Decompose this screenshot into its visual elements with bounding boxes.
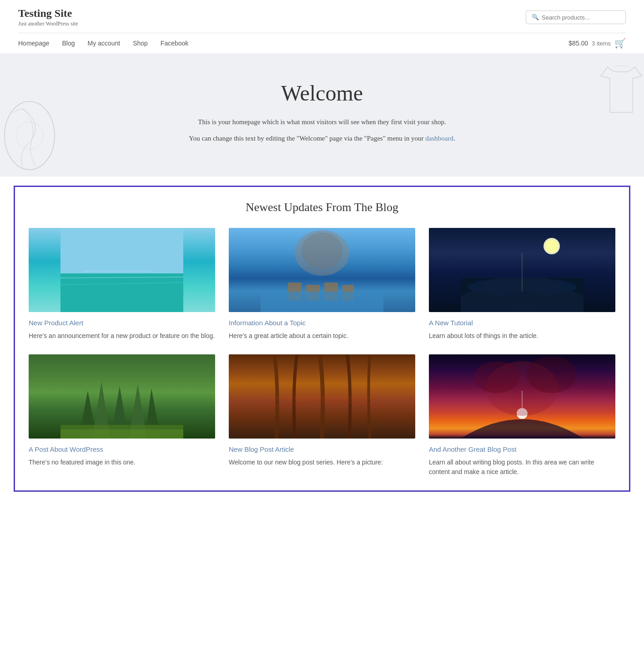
hero-decoration-left bbox=[0, 95, 59, 177]
blog-grid: New Product Alert Here’s an announcement… bbox=[29, 228, 615, 477]
svg-point-15 bbox=[545, 240, 558, 252]
blog-post-6-link[interactable]: And Another Great Blog Post bbox=[429, 445, 517, 453]
search-icon: 🔍 bbox=[532, 14, 539, 21]
svg-point-0 bbox=[5, 101, 55, 170]
nav-facebook[interactable]: Facebook bbox=[161, 40, 188, 47]
hero-heading: Welcome bbox=[281, 81, 363, 106]
nav-links: Homepage Blog My account Shop Facebook bbox=[18, 40, 569, 47]
blog-post-4-title: A Post About WordPress bbox=[29, 445, 215, 454]
blog-post-4-link[interactable]: A Post About WordPress bbox=[29, 445, 103, 453]
search-input[interactable] bbox=[542, 14, 620, 21]
blog-post-1-title: New Product Alert bbox=[29, 318, 215, 328]
blog-post-2: Information About a Topic Here’s a great… bbox=[229, 228, 415, 341]
blog-post-5-image bbox=[229, 354, 415, 439]
hero-dashboard-link[interactable]: dashboard bbox=[425, 135, 453, 142]
hero-decoration-right bbox=[599, 62, 644, 117]
blog-post-1-image bbox=[29, 228, 215, 312]
blog-post-2-excerpt: Here’s a great article about a certain t… bbox=[229, 331, 415, 341]
blog-post-4: A Post About WordPress There’s no featur… bbox=[29, 354, 215, 477]
blog-post-3-title: A New Tutorial bbox=[429, 318, 615, 328]
blog-post-1-link[interactable]: New Product Alert bbox=[29, 319, 83, 327]
svg-point-31 bbox=[474, 361, 520, 393]
cart-price: $85.00 bbox=[569, 40, 588, 47]
blog-post-3-image bbox=[429, 228, 615, 312]
cart-items: 3 items bbox=[592, 40, 611, 47]
blog-post-2-title: Information About a Topic bbox=[229, 318, 415, 328]
svg-rect-3 bbox=[60, 273, 183, 312]
blog-post-6-title: And Another Great Blog Post bbox=[429, 445, 615, 454]
main-nav: Homepage Blog My account Shop Facebook $… bbox=[18, 33, 626, 53]
svg-rect-2 bbox=[60, 228, 183, 273]
blog-post-3-link[interactable]: A New Tutorial bbox=[429, 319, 473, 327]
blog-post-6-excerpt: Learn all about writing blog posts. In t… bbox=[429, 458, 615, 477]
blog-post-5-title: New Blog Post Article bbox=[229, 445, 415, 454]
blog-post-5: New Blog Post Article Welcome to our new… bbox=[229, 354, 415, 477]
blog-post-5-excerpt: Welcome to our new blog post series. Her… bbox=[229, 458, 415, 467]
blog-post-4-excerpt: There’s no featured image in this one. bbox=[29, 458, 215, 467]
site-tagline: Just another WordPress site bbox=[18, 20, 78, 27]
svg-point-8 bbox=[302, 232, 342, 269]
blog-post-3-excerpt: Learn about lots of things in the articl… bbox=[429, 331, 615, 341]
svg-point-27 bbox=[267, 395, 377, 400]
blog-post-6-image bbox=[429, 354, 615, 439]
site-branding: Testing Site Just another WordPress site bbox=[18, 7, 78, 27]
blog-post-6: And Another Great Blog Post Learn all ab… bbox=[429, 354, 615, 477]
search-bar[interactable]: 🔍 bbox=[526, 10, 626, 24]
svg-point-32 bbox=[527, 357, 577, 393]
blog-post-2-link[interactable]: Information About a Topic bbox=[229, 319, 306, 327]
hero-paragraph-2: You can change this text by editing the … bbox=[189, 133, 455, 144]
site-title: Testing Site bbox=[18, 7, 78, 20]
nav-shop[interactable]: Shop bbox=[133, 40, 148, 47]
header-top: Testing Site Just another WordPress site… bbox=[18, 7, 626, 27]
nav-homepage[interactable]: Homepage bbox=[18, 40, 50, 47]
blog-post-4-image bbox=[29, 354, 215, 439]
blog-post-5-link[interactable]: New Blog Post Article bbox=[229, 445, 294, 453]
svg-rect-18 bbox=[506, 292, 538, 312]
blog-post-1-excerpt: Here’s an announcement for a new product… bbox=[29, 331, 215, 341]
blog-post-3: A New Tutorial Learn about lots of thing… bbox=[429, 228, 615, 341]
blog-post-2-image bbox=[229, 228, 415, 312]
nav-blog[interactable]: Blog bbox=[62, 40, 75, 47]
cart-icon[interactable]: 🛒 bbox=[614, 38, 626, 49]
svg-rect-26 bbox=[60, 429, 183, 439]
blog-section: Newest Updates From The Blog New Product… bbox=[14, 186, 630, 492]
svg-rect-13 bbox=[261, 292, 383, 312]
cart-area: $85.00 3 items 🛒 bbox=[569, 38, 626, 49]
blog-post-1: New Product Alert Here’s an announcement… bbox=[29, 228, 215, 341]
nav-my-account[interactable]: My account bbox=[88, 40, 121, 47]
hero-section: Welcome This is your homepage which is w… bbox=[0, 53, 644, 177]
svg-point-1 bbox=[16, 122, 43, 149]
hero-paragraph-1: This is your homepage which is what most… bbox=[198, 116, 446, 127]
blog-section-heading: Newest Updates From The Blog bbox=[29, 201, 615, 214]
site-header: Testing Site Just another WordPress site… bbox=[0, 0, 644, 53]
